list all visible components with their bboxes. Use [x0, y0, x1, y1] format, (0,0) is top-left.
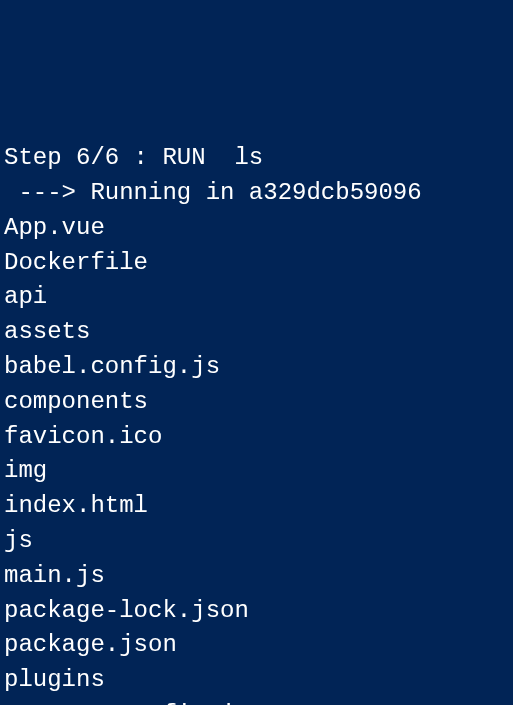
file-entry: favicon.ico: [4, 420, 509, 455]
docker-step-line: Step 6/6 : RUN ls: [4, 141, 509, 176]
file-entry: index.html: [4, 489, 509, 524]
docker-running-line: ---> Running in a329dcb59096: [4, 176, 509, 211]
file-entry: components: [4, 385, 509, 420]
file-entry: postcss.config.js: [4, 698, 509, 705]
file-entry: App.vue: [4, 211, 509, 246]
file-entry: package.json: [4, 628, 509, 663]
file-entry: assets: [4, 315, 509, 350]
file-entry: Dockerfile: [4, 246, 509, 281]
file-entry: api: [4, 280, 509, 315]
file-entry: package-lock.json: [4, 594, 509, 629]
file-entry: js: [4, 524, 509, 559]
file-entry: babel.config.js: [4, 350, 509, 385]
file-entry: img: [4, 454, 509, 489]
file-entry: plugins: [4, 663, 509, 698]
file-entry: main.js: [4, 559, 509, 594]
